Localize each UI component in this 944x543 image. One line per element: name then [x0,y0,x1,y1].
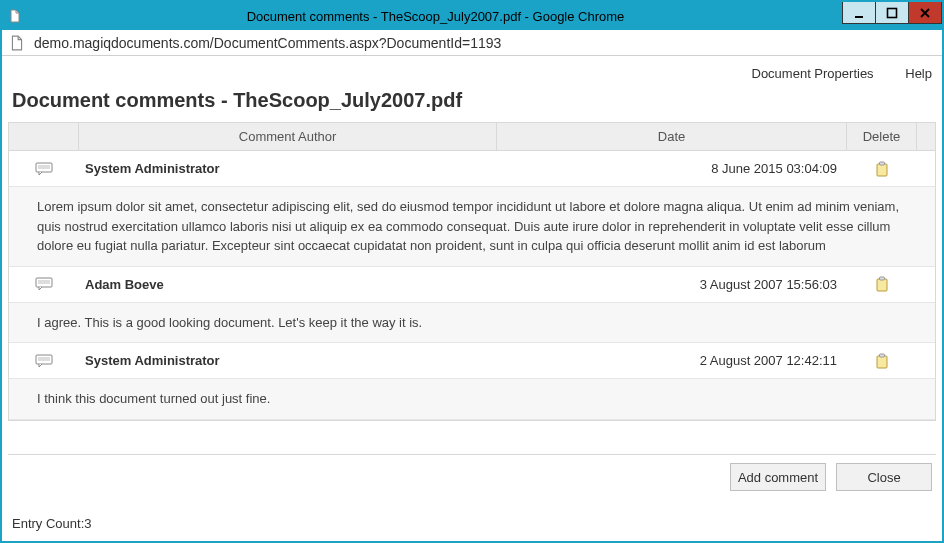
url-text[interactable]: demo.magiqdocuments.com/DocumentComments… [34,35,501,51]
nav-help[interactable]: Help [905,66,932,81]
window-title: Document comments - TheScoop_July2007.pd… [28,9,843,24]
comment-row: System Administrator2 August 2007 12:42:… [9,343,935,379]
svg-rect-5 [877,164,887,176]
close-window-button[interactable] [908,2,942,24]
header-scroll-gutter [917,123,935,150]
svg-rect-16 [880,354,885,357]
comments-grid: Comment Author Date Delete System Admini… [8,122,936,421]
browser-window: Document comments - TheScoop_July2007.pd… [0,0,944,543]
comment-icon [9,354,79,368]
grid-rows: System Administrator8 June 2015 03:04:09… [9,151,935,420]
svg-rect-0 [855,16,863,18]
delete-comment-button[interactable] [847,161,917,177]
delete-comment-button[interactable] [847,276,917,292]
svg-rect-11 [880,277,885,280]
grid-header-row: Comment Author Date Delete [9,123,935,151]
comment-icon [9,277,79,291]
comment-date: 2 August 2007 12:42:11 [492,353,847,368]
comment-body: I agree. This is a good looking document… [9,303,935,344]
svg-rect-15 [877,356,887,368]
svg-rect-10 [877,279,887,291]
comment-icon [9,162,79,176]
comment-author: System Administrator [79,353,492,368]
titlebar: Document comments - TheScoop_July2007.pd… [2,2,942,30]
header-author[interactable]: Comment Author [79,123,497,150]
page-title: Document comments - TheScoop_July2007.pd… [12,89,936,112]
maximize-button[interactable] [875,2,909,24]
file-icon [8,35,26,51]
comment-author: Adam Boeve [79,277,492,292]
header-icon-col [9,123,79,150]
comment-row: System Administrator8 June 2015 03:04:09 [9,151,935,187]
comment-row: Adam Boeve3 August 2007 15:56:03 [9,267,935,303]
header-date[interactable]: Date [497,123,847,150]
comment-author: System Administrator [79,161,492,176]
address-bar: demo.magiqdocuments.com/DocumentComments… [2,30,942,56]
window-controls [843,2,942,24]
top-nav: Document Properties Help [8,58,936,85]
comment-date: 8 June 2015 03:04:09 [492,161,847,176]
close-button[interactable]: Close [836,463,932,491]
add-comment-button[interactable]: Add comment [730,463,826,491]
svg-rect-1 [888,8,897,17]
comment-body: I think this document turned out just fi… [9,379,935,420]
status-entry-count: Entry Count:3 [12,516,92,531]
page-icon [2,9,28,23]
comment-body: Lorem ipsum dolor sit amet, consectetur … [9,187,935,267]
footer-bar: Add comment Close [8,454,936,499]
delete-comment-button[interactable] [847,353,917,369]
nav-document-properties[interactable]: Document Properties [752,66,874,81]
minimize-button[interactable] [842,2,876,24]
comment-date: 3 August 2007 15:56:03 [492,277,847,292]
svg-rect-6 [880,162,885,165]
page-content: Document Properties Help Document commen… [8,58,936,535]
header-delete[interactable]: Delete [847,123,917,150]
